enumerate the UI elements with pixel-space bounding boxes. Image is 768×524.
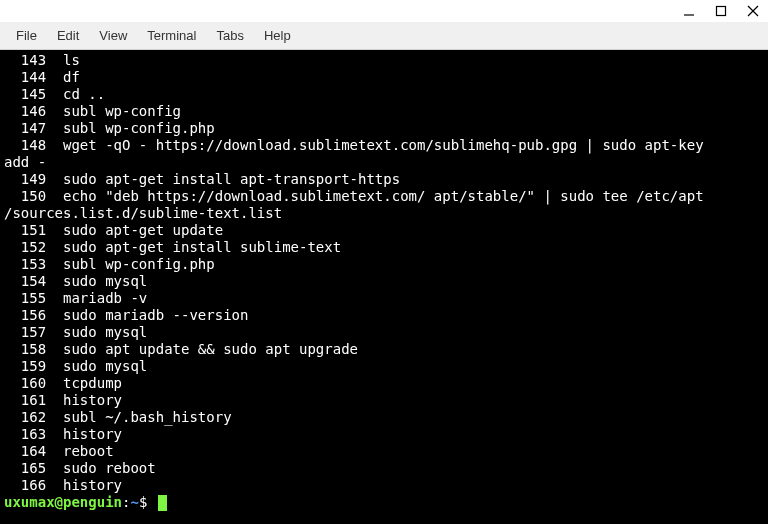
menubar: File Edit View Terminal Tabs Help	[0, 22, 768, 50]
history-command: sudo mysql	[46, 358, 147, 374]
history-command: sudo apt update && sudo apt upgrade	[46, 341, 358, 357]
history-number: 154	[4, 273, 46, 290]
cursor	[158, 495, 167, 511]
history-number: 165	[4, 460, 46, 477]
history-number: 156	[4, 307, 46, 324]
history-line: 163 history	[4, 426, 764, 443]
history-continuation: /sources.list.d/sublime-text.list	[4, 205, 764, 222]
history-command: history	[46, 426, 122, 442]
minimize-button[interactable]	[680, 2, 698, 20]
history-number: 161	[4, 392, 46, 409]
history-line: 164 reboot	[4, 443, 764, 460]
maximize-button[interactable]	[712, 2, 730, 20]
history-line: 153 subl wp-config.php	[4, 256, 764, 273]
history-number: 153	[4, 256, 46, 273]
history-command: subl ~/.bash_history	[46, 409, 231, 425]
history-number: 145	[4, 86, 46, 103]
history-line: 157 sudo mysql	[4, 324, 764, 341]
history-line: 159 sudo mysql	[4, 358, 764, 375]
prompt-dollar: $	[139, 494, 156, 511]
prompt-path: ~	[130, 494, 138, 511]
terminal-output[interactable]: 143 ls144 df145 cd ..146 subl wp-config1…	[0, 50, 768, 524]
history-line: 145 cd ..	[4, 86, 764, 103]
history-number: 160	[4, 375, 46, 392]
history-line: 155 mariadb -v	[4, 290, 764, 307]
history-line: 144 df	[4, 69, 764, 86]
menu-edit[interactable]: Edit	[47, 24, 89, 47]
history-number: 159	[4, 358, 46, 375]
history-number: 152	[4, 239, 46, 256]
history-line: 160 tcpdump	[4, 375, 764, 392]
history-number: 148	[4, 137, 46, 154]
history-number: 164	[4, 443, 46, 460]
history-command: sudo apt-get install apt-transport-https	[46, 171, 400, 187]
history-command: sudo mysql	[46, 273, 147, 289]
prompt-line[interactable]: uxumax@penguin:~$	[4, 494, 764, 511]
history-line: 147 subl wp-config.php	[4, 120, 764, 137]
history-number: 151	[4, 222, 46, 239]
history-command: subl wp-config.php	[46, 256, 215, 272]
history-line: 166 history	[4, 477, 764, 494]
menu-file[interactable]: File	[6, 24, 47, 47]
history-number: 155	[4, 290, 46, 307]
history-command: mariadb -v	[46, 290, 147, 306]
history-number: 143	[4, 52, 46, 69]
history-line: 146 subl wp-config	[4, 103, 764, 120]
history-number: 149	[4, 171, 46, 188]
history-number: 163	[4, 426, 46, 443]
history-command: history	[46, 477, 122, 493]
history-command: subl wp-config	[46, 103, 181, 119]
history-number: 150	[4, 188, 46, 205]
history-line: 158 sudo apt update && sudo apt upgrade	[4, 341, 764, 358]
history-command: echo "deb https://download.sublimetext.c…	[46, 188, 703, 204]
history-line: 161 history	[4, 392, 764, 409]
history-line: 152 sudo apt-get install sublime-text	[4, 239, 764, 256]
history-number: 146	[4, 103, 46, 120]
history-command: ls	[46, 52, 80, 68]
menu-tabs[interactable]: Tabs	[206, 24, 253, 47]
history-number: 166	[4, 477, 46, 494]
history-number: 158	[4, 341, 46, 358]
history-number: 162	[4, 409, 46, 426]
history-command: cd ..	[46, 86, 105, 102]
history-number: 144	[4, 69, 46, 86]
history-command: tcpdump	[46, 375, 122, 391]
history-command: reboot	[46, 443, 113, 459]
history-number: 157	[4, 324, 46, 341]
titlebar	[0, 0, 768, 22]
history-command: sudo reboot	[46, 460, 156, 476]
history-command: sudo mysql	[46, 324, 147, 340]
history-line: 162 subl ~/.bash_history	[4, 409, 764, 426]
prompt-colon: :	[122, 494, 130, 511]
svg-rect-1	[717, 7, 726, 16]
history-continuation: add -	[4, 154, 764, 171]
history-command: history	[46, 392, 122, 408]
history-line: 154 sudo mysql	[4, 273, 764, 290]
history-command: sudo apt-get install sublime-text	[46, 239, 341, 255]
menu-view[interactable]: View	[89, 24, 137, 47]
history-line: 149 sudo apt-get install apt-transport-h…	[4, 171, 764, 188]
menu-terminal[interactable]: Terminal	[137, 24, 206, 47]
history-line: 148 wget -qO - https://download.sublimet…	[4, 137, 764, 154]
history-command: sudo apt-get update	[46, 222, 223, 238]
menu-help[interactable]: Help	[254, 24, 301, 47]
prompt-user-host: uxumax@penguin	[4, 494, 122, 511]
history-command: df	[46, 69, 80, 85]
history-command: wget -qO - https://download.sublimetext.…	[46, 137, 712, 153]
history-command: subl wp-config.php	[46, 120, 215, 136]
history-line: 156 sudo mariadb --version	[4, 307, 764, 324]
history-line: 165 sudo reboot	[4, 460, 764, 477]
history-number: 147	[4, 120, 46, 137]
history-command: sudo mariadb --version	[46, 307, 248, 323]
history-line: 143 ls	[4, 52, 764, 69]
close-button[interactable]	[744, 2, 762, 20]
history-line: 151 sudo apt-get update	[4, 222, 764, 239]
history-line: 150 echo "deb https://download.sublimete…	[4, 188, 764, 205]
